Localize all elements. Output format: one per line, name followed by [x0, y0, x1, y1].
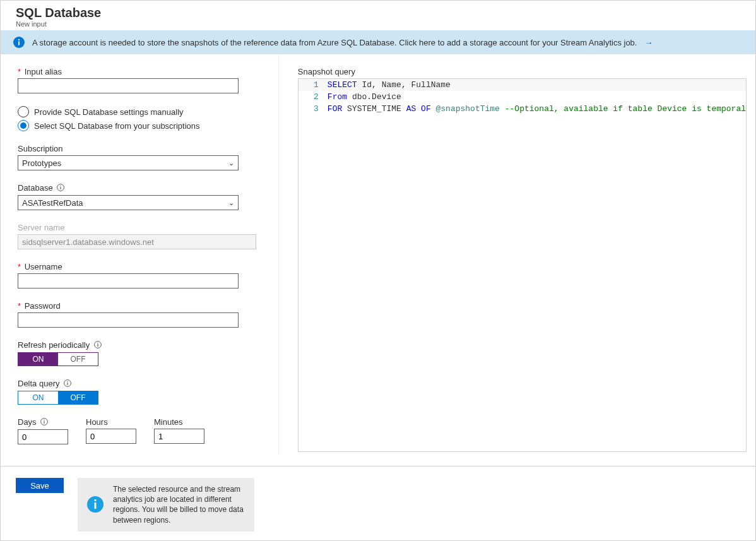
username-field[interactable] — [18, 273, 239, 288]
refresh-toggle[interactable]: ON OFF — [18, 352, 98, 366]
username-label: * Username — [18, 262, 266, 271]
info-icon — [40, 418, 48, 427]
chevron-down-icon: ⌄ — [228, 159, 234, 167]
region-warning-note: The selected resource and the stream ana… — [78, 478, 254, 532]
save-button[interactable]: Save — [16, 478, 64, 493]
delta-on-button[interactable]: ON — [18, 391, 58, 404]
info-icon — [13, 37, 25, 48]
page-subtitle: New input — [16, 20, 740, 28]
info-icon — [78, 478, 113, 532]
server-name-label: Server name — [18, 223, 266, 232]
svg-rect-13 — [44, 421, 45, 424]
footer: Save The selected resource and the strea… — [1, 466, 755, 540]
required-marker: * — [18, 67, 21, 76]
line-number: 1 — [298, 80, 328, 90]
svg-rect-2 — [18, 39, 20, 40]
password-label: * Password — [18, 301, 266, 311]
region-warning-text: The selected resource and the stream ana… — [113, 478, 254, 532]
snapshot-query-label: Snapshot query — [298, 67, 747, 76]
page-title: SQL Database — [16, 6, 740, 20]
refresh-label: Refresh periodically — [18, 340, 266, 350]
svg-rect-8 — [97, 343, 98, 343]
delta-label: Delta query — [18, 379, 266, 389]
snapshot-query-editor[interactable]: 1 SELECT Id, Name, FullName 2 From dbo.D… — [298, 78, 747, 452]
code-line-2[interactable]: 2 From dbo.Device — [298, 91, 746, 103]
chevron-down-icon: ⌄ — [228, 199, 234, 207]
radio-unchecked-icon — [18, 106, 29, 117]
days-label: Days — [18, 417, 68, 427]
subscription-value: Prototypes — [22, 158, 61, 168]
subscription-label: Subscription — [18, 144, 266, 153]
radio-checked-icon — [18, 120, 29, 131]
line-number: 2 — [298, 92, 328, 102]
svg-rect-5 — [61, 186, 61, 186]
database-label: Database — [18, 183, 266, 193]
hours-label: Hours — [86, 417, 136, 427]
required-marker: * — [18, 301, 21, 311]
line-number: 3 — [298, 104, 328, 114]
info-icon — [64, 379, 71, 389]
banner-text: A storage account is needed to store the… — [32, 38, 637, 47]
info-icon — [94, 341, 102, 350]
svg-rect-11 — [68, 381, 68, 382]
input-alias-label: * Input alias — [18, 67, 266, 76]
delta-toggle[interactable]: ON OFF — [18, 391, 98, 405]
svg-rect-17 — [95, 499, 97, 501]
password-field[interactable] — [18, 312, 239, 328]
database-select[interactable]: ASATestRefData ⌄ — [18, 195, 239, 210]
radio-manual-settings[interactable]: Provide SQL Database settings manually — [18, 106, 266, 117]
code-line-1[interactable]: 1 SELECT Id, Name, FullName — [298, 79, 746, 91]
server-name-field — [18, 234, 256, 249]
hours-field[interactable] — [86, 429, 136, 444]
required-marker: * — [18, 262, 21, 271]
radio-subs-label: Select SQL Database from your subscripti… — [34, 121, 200, 131]
minutes-label: Minutes — [154, 417, 204, 427]
arrow-right-icon: → — [644, 38, 653, 47]
code-line-3[interactable]: 3 FOR SYSTEM_TIME AS OF @snapshotTime --… — [298, 103, 746, 115]
storage-account-banner[interactable]: A storage account is needed to store the… — [1, 30, 755, 54]
minutes-field[interactable] — [154, 429, 204, 444]
info-icon — [57, 184, 64, 193]
input-alias-field[interactable] — [18, 78, 239, 93]
database-value: ASATestRefData — [22, 198, 83, 208]
refresh-off-button[interactable]: OFF — [58, 353, 98, 366]
svg-rect-7 — [97, 344, 98, 347]
page-header: SQL Database New input — [1, 1, 755, 30]
svg-rect-10 — [68, 383, 68, 385]
snapshot-panel: Snapshot query 1 SELECT Id, Name, FullNa… — [279, 54, 755, 455]
svg-rect-16 — [95, 502, 97, 509]
days-field[interactable] — [18, 429, 68, 444]
svg-rect-1 — [18, 42, 20, 45]
refresh-on-button[interactable]: ON — [18, 353, 58, 366]
svg-rect-4 — [61, 187, 61, 189]
delta-off-button[interactable]: OFF — [58, 391, 98, 404]
subscription-select[interactable]: Prototypes ⌄ — [18, 155, 239, 170]
radio-from-subscriptions[interactable]: Select SQL Database from your subscripti… — [18, 120, 266, 131]
svg-rect-14 — [44, 420, 45, 420]
radio-manual-label: Provide SQL Database settings manually — [34, 107, 184, 117]
form-panel: * Input alias Provide SQL Database setti… — [1, 54, 279, 455]
